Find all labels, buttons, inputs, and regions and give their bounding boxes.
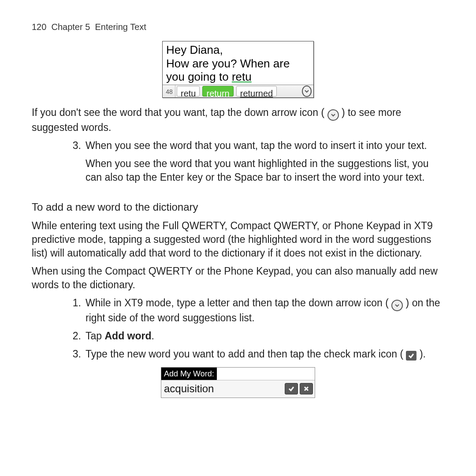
add-word-input[interactable]: acquisition xyxy=(163,382,283,396)
add-word-row: acquisition xyxy=(161,380,315,397)
add-step-3-text-b: ). xyxy=(420,348,426,360)
chevron-down-icon xyxy=(391,300,403,311)
add-step-1-text-a: While in XT9 mode, type a letter and the… xyxy=(86,297,391,309)
add-word-intro-2: When using the Compact QWERTY or the Pho… xyxy=(32,264,444,292)
add-step-2: 2. Tap Add word. xyxy=(66,329,444,343)
add-word-intro-1: While entering text using the Full QWERT… xyxy=(32,219,444,260)
tip-text-a: If you don't see the word that you want,… xyxy=(32,107,327,118)
chapter-title: Entering Text xyxy=(95,22,146,32)
check-icon xyxy=(288,385,295,392)
step-3: 3. When you see the word that you want, … xyxy=(66,139,444,189)
cancel-button[interactable] xyxy=(300,383,313,394)
compose-line2: How are you? When are xyxy=(166,57,290,70)
step-3-number: 3. xyxy=(66,139,86,189)
close-icon xyxy=(303,385,310,392)
suggestion-more-button[interactable] xyxy=(302,86,312,97)
check-icon xyxy=(406,351,416,361)
suggestion-1[interactable]: retu xyxy=(177,86,200,97)
suggestion-3-label: returned xyxy=(240,89,273,98)
confirm-button[interactable] xyxy=(285,383,298,394)
figure-text-compose: Hey Diana, How are you? When are you goi… xyxy=(32,41,444,98)
page: 120 Chapter 5 Entering Text Hey Diana, H… xyxy=(0,0,476,398)
suggestion-count: 48 xyxy=(163,85,175,97)
add-word-dialog-title: Add My Word: xyxy=(161,368,217,380)
step-3-text-a: When you see the word that you want, tap… xyxy=(86,139,444,152)
suggestion-3[interactable]: returned xyxy=(236,86,277,97)
step-3-text-b: When you see the word that you want high… xyxy=(86,157,444,184)
running-header: 120 Chapter 5 Entering Text xyxy=(32,21,444,33)
add-step-1: 1. While in XT9 mode, type a letter and … xyxy=(66,296,444,325)
chevron-down-icon xyxy=(302,86,312,97)
add-step-2-number: 2. xyxy=(66,329,86,343)
compose-window: Hey Diana, How are you? When are you goi… xyxy=(162,41,314,98)
add-word-command: Add word xyxy=(104,330,151,342)
chapter-label: Chapter 5 xyxy=(52,22,90,32)
add-step-2-text-c: . xyxy=(152,330,154,342)
chevron-down-icon xyxy=(327,109,339,121)
subheading-add-word: To add a new word to the dictionary xyxy=(32,200,444,214)
compose-partial-word: retu xyxy=(232,70,252,83)
add-step-2-text-a: Tap xyxy=(86,330,104,342)
add-step-1-number: 1. xyxy=(66,296,86,325)
add-word-dialog: Add My Word: acquisition xyxy=(161,367,315,398)
compose-line3a: you going to xyxy=(166,70,232,83)
suggestion-2-selected[interactable]: return xyxy=(202,86,233,97)
suggestion-bar: 48 retu return returned xyxy=(163,85,313,97)
add-step-3: 3. Type the new word you want to add and… xyxy=(66,347,444,361)
tip-paragraph: If you don't see the word that you want,… xyxy=(32,106,444,134)
compose-text-area[interactable]: Hey Diana, How are you? When are you goi… xyxy=(163,41,313,85)
figure-add-my-word: Add My Word: acquisition xyxy=(32,367,444,398)
add-step-3-number: 3. xyxy=(66,347,86,361)
page-number: 120 xyxy=(32,22,46,32)
compose-line1: Hey Diana, xyxy=(166,43,223,56)
add-step-3-text-a: Type the new word you want to add and th… xyxy=(86,348,406,360)
